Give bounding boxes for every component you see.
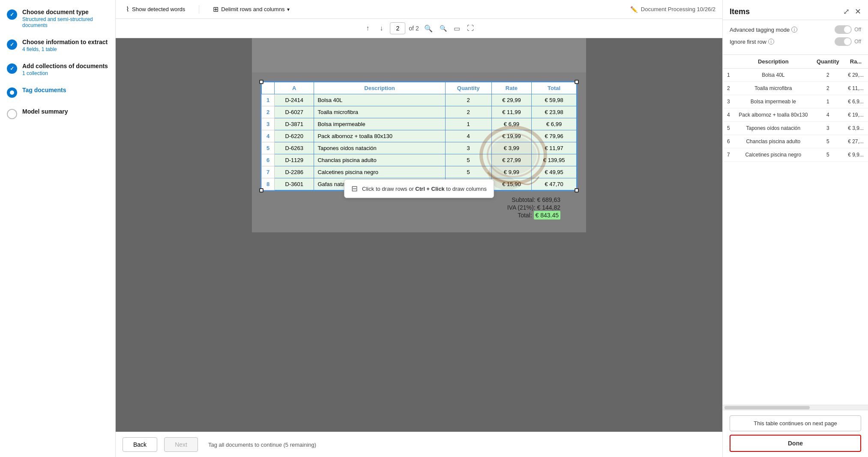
- page-up-button[interactable]: ↑: [362, 23, 373, 34]
- sidebar-step-1: ✓ Choose document type Structured and se…: [7, 9, 108, 28]
- col-total: Total: [532, 82, 577, 94]
- advanced-tagging-toggle[interactable]: [835, 25, 852, 34]
- row-num-cell: 6: [262, 154, 275, 166]
- resize-handle-tl[interactable]: [259, 80, 263, 84]
- total-label: Total:: [518, 212, 532, 219]
- doc-header-gray: [252, 38, 586, 72]
- item-num: 5: [723, 122, 734, 135]
- show-words-button[interactable]: ⌇ Show detected words: [123, 3, 189, 15]
- items-table-scrollbar[interactable]: [723, 405, 868, 410]
- step-4-title: Tag documents: [22, 87, 66, 93]
- cell-qty: 2: [445, 106, 491, 118]
- col-description: Description: [314, 82, 445, 94]
- cell-a: D-6263: [275, 142, 314, 154]
- resize-handle-br[interactable]: [575, 188, 579, 192]
- right-panel: Items ⤢ ✕ Advanced tagging mode i Off Ig…: [722, 0, 868, 457]
- page-down-button[interactable]: ↓: [376, 23, 386, 34]
- chevron-down-icon: ▾: [287, 6, 290, 12]
- item-rate: € 9,9...: [844, 148, 868, 162]
- ignore-first-row-toggle[interactable]: [835, 37, 852, 46]
- cell-a: D-6027: [275, 106, 314, 118]
- item-rate: € 27,...: [844, 135, 868, 148]
- item-rate: € 19,...: [844, 108, 868, 122]
- ignore-first-row-row: Ignore first row i Off: [730, 37, 861, 46]
- table-continues-button[interactable]: This table continues on next page: [730, 415, 861, 431]
- document-table: A Description Quantity Rate Total 1 D-24…: [261, 82, 577, 190]
- ignore-first-row-value: Off: [854, 39, 861, 45]
- tooltip-box: ⊟ Click to draw rows or Ctrl + Click to …: [344, 179, 494, 198]
- step-4-icon: [7, 87, 17, 98]
- tax-row: IVA (21%): € 144,82: [260, 204, 560, 211]
- subtotal-label: Subtotal:: [512, 196, 535, 203]
- cell-total: € 59,98: [532, 94, 577, 106]
- item-desc: Chanclas piscina adulto: [734, 135, 812, 148]
- cell-rate: € 3,99: [491, 142, 532, 154]
- cell-total: € 47,70: [532, 178, 577, 190]
- cell-rate: € 9,99: [491, 166, 532, 178]
- item-qty: 4: [812, 108, 844, 122]
- col-a: A: [275, 82, 314, 94]
- col-row-num: [262, 82, 275, 94]
- items-table: Description Quantity Ra... 1 Bolsa 40L 2…: [723, 55, 868, 162]
- ignore-first-row-info-icon[interactable]: i: [768, 39, 774, 45]
- toolbar-separator: [199, 5, 199, 14]
- scroll-thumb[interactable]: [724, 406, 810, 409]
- resize-handle-tr[interactable]: [575, 80, 579, 84]
- advanced-tagging-info-icon[interactable]: i: [791, 27, 797, 33]
- advanced-tagging-row: Advanced tagging mode i Off: [730, 25, 861, 34]
- delimit-button[interactable]: ⊞ Delimit rows and columns ▾: [210, 3, 293, 15]
- table-row: 1 D-2414 Bolsa 40L 2 € 29,99 € 59,98: [262, 94, 577, 106]
- step-2-icon: ✓: [7, 39, 17, 50]
- subtotal-value: € 689,63: [537, 196, 561, 203]
- bottom-info-text: Tag all documents to continue (5 remaini…: [208, 442, 316, 448]
- toolbar: ⌇ Show detected words ⊞ Delimit rows and…: [116, 0, 722, 19]
- panel-settings: Advanced tagging mode i Off Ignore first…: [723, 20, 868, 55]
- cell-a: D-3601: [275, 178, 314, 190]
- cell-rate: € 19,99: [491, 130, 532, 142]
- items-col-rate: Ra...: [844, 55, 868, 69]
- list-item: 2 Toalla microfibra 2 € 11,...: [723, 82, 868, 95]
- cell-qty: 3: [445, 142, 491, 154]
- item-desc: Pack albornoz + toalla 80x130: [734, 108, 812, 122]
- items-table-container[interactable]: Description Quantity Ra... 1 Bolsa 40L 2…: [723, 55, 868, 405]
- cell-total: € 139,95: [532, 154, 577, 166]
- close-icon[interactable]: ✕: [855, 7, 861, 16]
- cell-total: € 11,97: [532, 142, 577, 154]
- cell-a: D-2286: [275, 166, 314, 178]
- resize-handle-bl[interactable]: [259, 188, 263, 192]
- row-num-cell: 8: [262, 178, 275, 190]
- step-1-title: Choose document type: [22, 9, 108, 15]
- panel-icons: ⤢ ✕: [843, 7, 861, 16]
- list-item: 1 Bolsa 40L 2 € 29,...: [723, 69, 868, 82]
- done-button[interactable]: Done: [730, 435, 861, 452]
- fit-page-button[interactable]: ▭: [452, 23, 462, 34]
- step-2-subtitle: 4 fields, 1 table: [22, 46, 108, 52]
- row-num-cell: 2: [262, 106, 275, 118]
- cell-total: € 79,96: [532, 130, 577, 142]
- item-qty: 2: [812, 82, 844, 95]
- item-desc: Toalla microfibra: [734, 82, 812, 95]
- cell-total: € 23,98: [532, 106, 577, 118]
- cell-desc: Chanclas piscina adulto: [314, 154, 445, 166]
- zoom-in-button[interactable]: 🔍: [438, 23, 449, 33]
- sidebar-step-5: Model summary: [7, 108, 108, 119]
- item-desc: Calcetines piscina negro: [734, 148, 812, 162]
- step-1-subtitle: Structured and semi-structured documents: [22, 16, 108, 28]
- doc-table-wrapper[interactable]: A Description Quantity Rate Total 1 D-24…: [260, 81, 578, 191]
- next-button: Next: [164, 437, 198, 452]
- row-num-cell: 3: [262, 118, 275, 130]
- fullscreen-button[interactable]: ⛶: [465, 23, 476, 34]
- zoom-out-button[interactable]: 🔍: [422, 23, 434, 34]
- item-qty: 1: [812, 95, 844, 108]
- step-3-content: Add collections of documents 1 collectio…: [22, 63, 108, 76]
- item-num: 3: [723, 95, 734, 108]
- back-button[interactable]: Back: [123, 437, 157, 452]
- tax-label: IVA (21%):: [507, 204, 536, 211]
- page-navigation: ↑ ↓ of 2 🔍 🔍 ▭ ⛶: [116, 19, 722, 38]
- expand-icon[interactable]: ⤢: [843, 7, 850, 16]
- sidebar-step-4: Tag documents: [7, 87, 108, 98]
- document-area[interactable]: A Description Quantity Rate Total 1 D-24…: [116, 38, 722, 432]
- item-qty: 5: [812, 148, 844, 162]
- list-item: 7 Calcetines piscina negro 5 € 9,9...: [723, 148, 868, 162]
- page-number-input[interactable]: [390, 22, 405, 34]
